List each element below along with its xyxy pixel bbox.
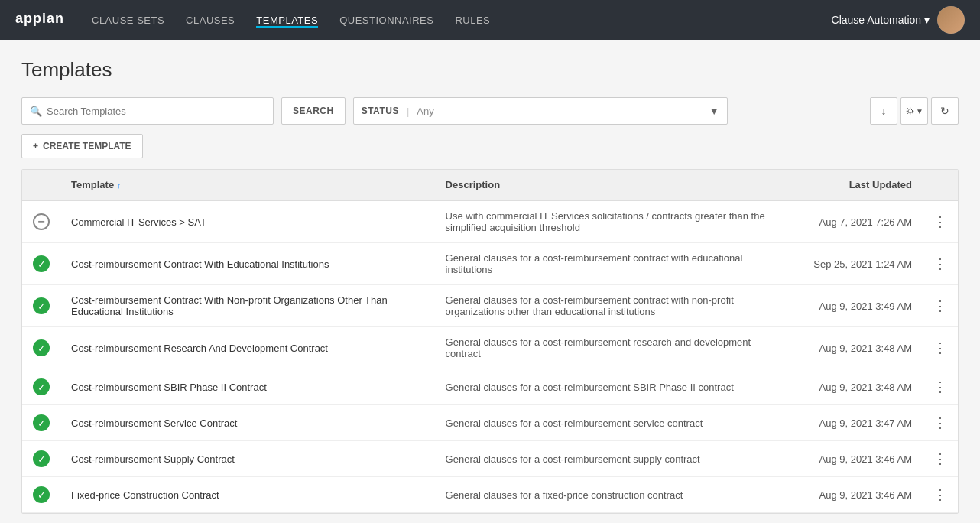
status-cell: ✓ [22,285,60,327]
status-cell: ✓ [22,369,60,405]
main-content: Templates 🔍 SEARCH STATUS | Any ▼ ↓ ⛭ ▼ … [0,40,980,523]
table-row: ✓Cost-reimbursement Contract With Educat… [22,243,958,285]
template-name-cell[interactable]: Cost-reimbursement Service Contract [60,405,435,441]
table-header-row: Template ↑ Description Last Updated [22,170,958,200]
template-name-cell[interactable]: Cost-reimbursement Supply Contract [60,441,435,477]
app-logo[interactable]: appian [15,8,69,31]
row-actions-menu[interactable]: ⋮ [923,369,958,405]
refresh-icon: ↻ [940,105,949,117]
kebab-icon: ⋮ [933,379,947,395]
plus-icon: + [33,141,38,151]
inactive-icon: − [33,213,50,230]
description-cell: General clauses for a fixed-price constr… [435,477,785,513]
search-input[interactable] [47,106,265,117]
col-last-updated: Last Updated [785,170,923,200]
template-name-cell[interactable]: Commercial IT Services > SAT [60,200,435,243]
nav-links: CLAUSE SETS CLAUSES TEMPLATES QUESTIONNA… [92,13,832,28]
nav-templates[interactable]: TEMPLATES [256,13,318,28]
col-status [22,170,60,200]
kebab-icon: ⋮ [933,256,947,271]
description-cell: General clauses for a cost-reimbursement… [435,369,785,405]
description-cell: General clauses for a cost-reimbursement… [435,327,785,369]
last-updated-cell: Aug 9, 2021 3:46 AM [785,441,923,477]
table-row: ✓Cost-reimbursement Contract With Non-pr… [22,285,958,327]
app-name[interactable]: Clause Automation ▾ [832,14,930,26]
description-cell: Use with commercial IT Services solicita… [435,200,785,243]
last-updated-cell: Aug 7, 2021 7:26 AM [785,200,923,243]
active-icon: ✓ [33,297,50,314]
filter-dropdown-icon: ▼ [916,107,923,115]
row-actions-menu[interactable]: ⋮ [923,243,958,285]
row-actions-menu[interactable]: ⋮ [923,327,958,369]
status-cell: ✓ [22,243,60,285]
create-template-button[interactable]: + CREATE TEMPLATE [21,134,143,158]
template-col-label: Template [71,179,114,190]
search-icon: 🔍 [30,106,42,117]
download-button[interactable]: ↓ [870,97,897,125]
status-cell: ✓ [22,441,60,477]
toolbar: 🔍 SEARCH STATUS | Any ▼ ↓ ⛭ ▼ ↻ [21,97,959,125]
status-value: Any [417,106,705,117]
row-actions-menu[interactable]: ⋮ [923,200,958,243]
filter-button[interactable]: ⛭ ▼ [900,97,928,125]
toolbar-icons: ↓ ⛭ ▼ ↻ [870,97,959,125]
nav-clause-sets[interactable]: CLAUSE SETS [92,13,164,28]
row-actions-menu[interactable]: ⋮ [923,441,958,477]
last-updated-cell: Aug 9, 2021 3:47 AM [785,405,923,441]
search-button[interactable]: SEARCH [281,97,346,125]
table-row: ✓Fixed-price Construction ContractGenera… [22,477,958,513]
row-actions-menu[interactable]: ⋮ [923,405,958,441]
status-cell: ✓ [22,477,60,513]
status-cell: ✓ [22,405,60,441]
active-icon: ✓ [33,486,50,503]
row-actions-menu[interactable]: ⋮ [923,477,958,513]
active-icon: ✓ [33,450,50,467]
active-icon: ✓ [33,378,50,395]
nav-questionnaires[interactable]: QUESTIONNAIRES [339,13,433,28]
last-updated-cell: Sep 25, 2021 1:24 AM [785,243,923,285]
table-row: ✓Cost-reimbursement Research And Develop… [22,327,958,369]
template-name-cell[interactable]: Fixed-price Construction Contract [60,477,435,513]
status-cell: ✓ [22,327,60,369]
table-row: ✓Cost-reimbursement Service ContractGene… [22,405,958,441]
refresh-button[interactable]: ↻ [931,97,959,125]
navbar-right: Clause Automation ▾ [832,6,965,34]
last-updated-cell: Aug 9, 2021 3:49 AM [785,285,923,327]
col-actions [923,170,958,200]
template-name-cell[interactable]: Cost-reimbursement Contract With Non-pro… [60,285,435,327]
table-row: ✓Cost-reimbursement Supply ContractGener… [22,441,958,477]
active-icon: ✓ [33,255,50,272]
kebab-icon: ⋮ [933,214,947,229]
page-title: Templates [21,58,959,82]
last-updated-cell: Aug 9, 2021 3:48 AM [785,369,923,405]
status-label: STATUS [362,106,399,116]
kebab-icon: ⋮ [933,340,947,356]
download-icon: ↓ [881,105,887,117]
status-dropdown-icon: ▼ [709,106,719,117]
avatar[interactable] [937,6,965,34]
description-cell: General clauses for a cost-reimbursement… [435,405,785,441]
nav-rules[interactable]: RULES [455,13,490,28]
table-row: −Commercial IT Services > SATUse with co… [22,200,958,243]
row-actions-menu[interactable]: ⋮ [923,285,958,327]
template-name-cell[interactable]: Cost-reimbursement Research And Developm… [60,327,435,369]
active-icon: ✓ [33,339,50,356]
create-template-label: CREATE TEMPLATE [43,141,131,151]
table-row: ✓Cost-reimbursement SBIR Phase II Contra… [22,369,958,405]
kebab-icon: ⋮ [933,487,947,502]
sort-icon: ↑ [117,180,122,190]
nav-clauses[interactable]: CLAUSES [186,13,235,28]
last-updated-cell: Aug 9, 2021 3:48 AM [785,327,923,369]
status-separator: | [407,106,409,117]
search-wrapper: 🔍 [21,97,274,125]
status-filter[interactable]: STATUS | Any ▼ [353,97,728,125]
svg-text:appian: appian [15,11,64,26]
kebab-icon: ⋮ [933,298,947,313]
template-name-cell[interactable]: Cost-reimbursement SBIR Phase II Contrac… [60,369,435,405]
templates-table: Template ↑ Description Last Updated −Com… [21,169,959,514]
description-cell: General clauses for a cost-reimbursement… [435,441,785,477]
app-dropdown-icon: ▾ [924,14,930,26]
last-updated-cell: Aug 9, 2021 3:46 AM [785,477,923,513]
template-name-cell[interactable]: Cost-reimbursement Contract With Educati… [60,243,435,285]
col-template[interactable]: Template ↑ [60,170,435,200]
